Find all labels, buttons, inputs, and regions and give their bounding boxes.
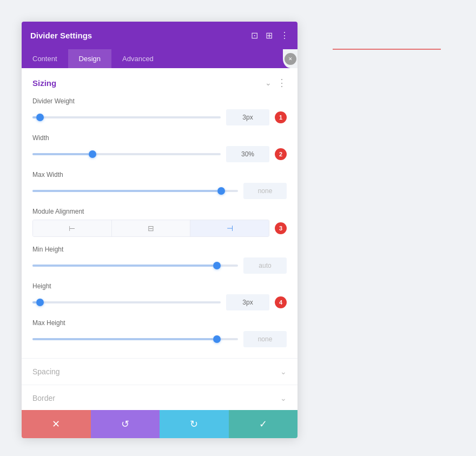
border-title: Border <box>32 394 55 402</box>
field-height: Height 4 <box>32 282 287 310</box>
save-icon: ✓ <box>259 418 267 430</box>
label-module-alignment: Module Alignment <box>32 208 287 215</box>
track-width <box>32 153 221 155</box>
align-right-icon: ⊣ <box>227 224 233 233</box>
row-module-alignment: ⊢ ⊟ ⊣ 3 <box>32 220 287 237</box>
panel-footer: ✕ ↺ ↻ ✓ <box>22 410 298 438</box>
row-max-height <box>32 331 287 347</box>
sizing-section: Sizing ⌄ ⋮ Divider Weight <box>22 68 298 359</box>
align-right-button[interactable]: ⊣ <box>190 220 269 236</box>
section-controls: ⌄ ⋮ <box>265 77 287 89</box>
thumb-max-width[interactable] <box>217 187 225 195</box>
panel-content[interactable]: Sizing ⌄ ⋮ Divider Weight <box>22 68 298 410</box>
canvas-area <box>298 0 476 456</box>
thumb-width[interactable] <box>89 150 96 158</box>
value-height[interactable] <box>226 294 269 310</box>
slider-width[interactable] <box>32 149 221 160</box>
thumb-min-height[interactable] <box>213 262 221 269</box>
fill-max-width <box>32 190 217 192</box>
collapse-icon[interactable]: ⌄ <box>265 78 272 87</box>
field-min-height: Min Height <box>32 246 287 274</box>
badge-3: 3 <box>275 222 287 234</box>
reset-button[interactable]: ↺ <box>91 410 160 438</box>
track-min-height <box>32 265 238 267</box>
border-section[interactable]: Border ⌄ <box>22 385 298 410</box>
label-max-width: Max Width <box>32 171 287 179</box>
value-width[interactable] <box>226 146 269 162</box>
value-max-width[interactable] <box>243 183 287 199</box>
sizing-header: Sizing ⌄ ⋮ <box>32 77 287 89</box>
label-width: Width <box>32 134 287 142</box>
fill-divider-weight <box>32 116 36 118</box>
badge-2: 2 <box>275 148 287 160</box>
slider-divider-weight[interactable] <box>32 112 221 123</box>
tabs-bar: Content Design Advanced ✕ <box>22 49 298 68</box>
more-icon[interactable]: ⋮ <box>280 30 289 41</box>
slider-max-width[interactable] <box>32 186 238 196</box>
field-width: Width 2 <box>32 134 287 162</box>
divider-preview <box>333 49 441 50</box>
fill-min-height <box>32 265 213 267</box>
slider-height[interactable] <box>32 297 221 308</box>
fill-width <box>32 153 89 155</box>
track-height <box>32 301 221 303</box>
track-max-height <box>32 338 238 340</box>
label-max-height: Max Height <box>32 319 287 327</box>
tab-advanced[interactable]: Advanced <box>111 49 164 68</box>
label-height: Height <box>32 282 287 290</box>
fill-height <box>32 301 36 303</box>
reset-icon: ↺ <box>121 418 129 430</box>
section-menu-icon[interactable]: ⋮ <box>277 77 287 89</box>
tab-close-area: ✕ <box>283 49 298 68</box>
track-max-width <box>32 190 238 192</box>
page-wrapper: Divider Settings ⊡ ⊞ ⋮ Content Design Ad… <box>0 0 476 456</box>
row-max-width <box>32 183 287 199</box>
settings-panel: Divider Settings ⊡ ⊞ ⋮ Content Design Ad… <box>22 22 298 438</box>
panel-header: Divider Settings ⊡ ⊞ ⋮ <box>22 22 298 49</box>
value-divider-weight[interactable] <box>226 109 269 125</box>
spacing-chevron: ⌄ <box>280 367 287 376</box>
align-center-button[interactable]: ⊟ <box>112 220 191 236</box>
value-max-height[interactable] <box>243 331 287 347</box>
redo-icon: ↻ <box>190 418 198 430</box>
badge-1: 1 <box>275 111 287 123</box>
header-icons: ⊡ ⊞ ⋮ <box>251 30 289 41</box>
label-min-height: Min Height <box>32 246 287 253</box>
cancel-button[interactable]: ✕ <box>22 410 91 438</box>
split-icon[interactable]: ⊞ <box>266 30 273 41</box>
redo-button[interactable]: ↻ <box>160 410 229 438</box>
row-min-height <box>32 257 287 274</box>
fill-max-height <box>32 338 213 340</box>
align-left-icon: ⊢ <box>69 224 75 233</box>
spacing-section[interactable]: Spacing ⌄ <box>22 359 298 385</box>
field-divider-weight: Divider Weight 1 <box>32 97 287 125</box>
spacing-title: Spacing <box>32 367 60 376</box>
save-button[interactable]: ✓ <box>229 410 298 438</box>
tab-design[interactable]: Design <box>68 49 111 68</box>
field-max-width: Max Width <box>32 171 287 199</box>
row-width: 2 <box>32 146 287 162</box>
align-center-icon: ⊟ <box>148 224 154 233</box>
alignment-buttons: ⊢ ⊟ ⊣ <box>32 220 269 237</box>
slider-min-height[interactable] <box>32 260 238 271</box>
slider-max-height[interactable] <box>32 334 238 345</box>
row-height: 4 <box>32 294 287 310</box>
align-left-button[interactable]: ⊢ <box>33 220 112 236</box>
row-divider-weight: 1 <box>32 109 287 125</box>
cancel-icon: ✕ <box>52 418 60 430</box>
thumb-height[interactable] <box>36 299 44 306</box>
field-max-height: Max Height <box>32 319 287 347</box>
thumb-divider-weight[interactable] <box>36 114 44 121</box>
close-button[interactable]: ✕ <box>285 53 296 65</box>
track-divider-weight <box>32 116 221 118</box>
panel-title: Divider Settings <box>30 31 92 40</box>
sizing-title: Sizing <box>32 78 56 88</box>
label-divider-weight: Divider Weight <box>32 97 287 105</box>
value-min-height[interactable] <box>243 257 287 274</box>
badge-4: 4 <box>275 296 287 308</box>
border-chevron: ⌄ <box>280 394 287 402</box>
field-module-alignment: Module Alignment ⊢ ⊟ ⊣ <box>32 208 287 237</box>
tab-content[interactable]: Content <box>22 49 68 68</box>
thumb-max-height[interactable] <box>213 335 221 343</box>
fullscreen-icon[interactable]: ⊡ <box>251 30 258 41</box>
